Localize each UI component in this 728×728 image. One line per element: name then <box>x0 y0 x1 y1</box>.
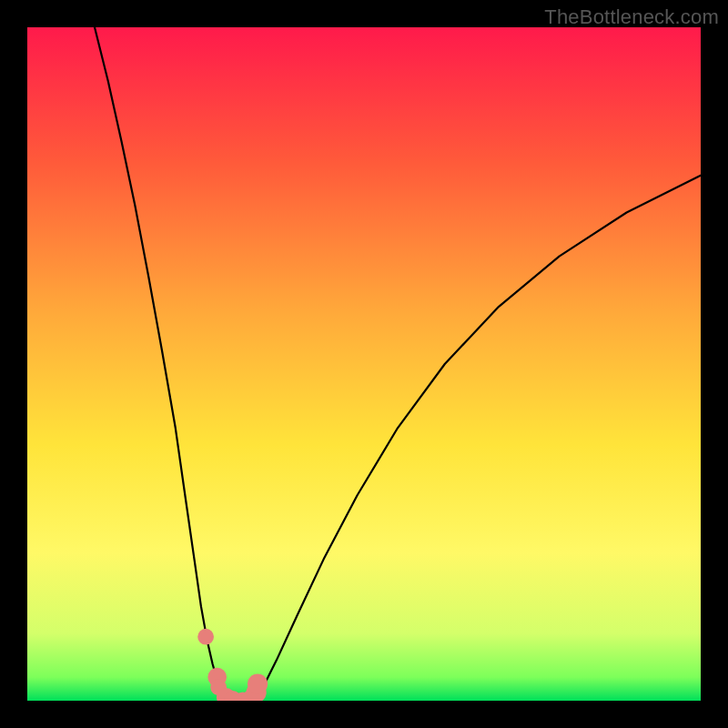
plot-area <box>27 27 701 701</box>
gradient-background <box>27 27 701 701</box>
data-marker <box>248 673 268 693</box>
chart-svg <box>27 27 701 701</box>
chart-frame: TheBottleneck.com <box>0 0 728 728</box>
watermark-text: TheBottleneck.com <box>544 5 719 29</box>
data-marker <box>197 629 214 645</box>
